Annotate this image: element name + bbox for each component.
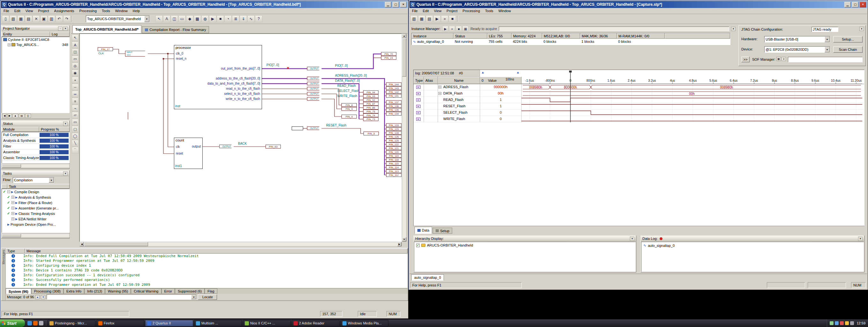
menu-file[interactable]: File <box>409 8 420 13</box>
save-icon[interactable]: ▦ <box>17 15 25 22</box>
pin-PIN_112[interactable]: PIN_112 <box>386 173 401 177</box>
minimize-button[interactable]: ▁ <box>385 2 391 7</box>
redo-icon[interactable]: ↷ <box>63 15 70 22</box>
print-icon[interactable]: ▤ <box>426 15 433 22</box>
pin-PIN_121[interactable]: PIN_121 <box>386 146 401 150</box>
pin-PIN_134[interactable]: PIN_134 <box>386 112 401 116</box>
clock[interactable]: 12:59 <box>855 321 865 325</box>
run-analysis-icon[interactable]: ▶ <box>433 15 441 22</box>
rubberband-icon[interactable]: ¬ <box>72 105 79 112</box>
pin-PIN_129[interactable]: PIN_129 <box>386 127 401 131</box>
rect-icon[interactable]: ▭ <box>72 119 79 125</box>
input-symbol[interactable]: INPUTVCC <box>125 51 148 57</box>
msg-tab-7[interactable]: Suppressed (6) <box>175 288 205 294</box>
ellipse-icon[interactable]: ◯ <box>72 133 79 140</box>
output-symbol[interactable]: OUTPUT <box>307 82 322 85</box>
scroll-down-icon[interactable]: ▼ <box>402 237 406 241</box>
print-icon[interactable]: ▤ <box>25 15 32 22</box>
scrollbar-thumb[interactable] <box>2 164 21 168</box>
stop-analysis-icon[interactable]: ■ <box>449 15 456 22</box>
device-combo[interactable]: @1: EP2C8 (0x020B20DD) ▼ <box>764 46 830 53</box>
update-icon[interactable] <box>845 321 849 325</box>
wave-column-alias[interactable]: Alias <box>424 77 438 84</box>
im-column-2[interactable]: LEs: 755 <box>487 33 512 39</box>
output-symbol[interactable]: OUTPUT <box>307 87 322 90</box>
messages-column-message[interactable]: Message <box>25 248 407 254</box>
task-row[interactable]: +▶EDA Netlist Writer <box>2 216 69 221</box>
scrollbar-thumb[interactable] <box>2 234 21 237</box>
start-compilation-icon[interactable]: ▶ <box>209 15 216 22</box>
msg-tab-3[interactable]: Info (213) <box>84 288 105 294</box>
open-icon[interactable]: ▨ <box>9 15 17 22</box>
signal-name[interactable]: SELECT_Flash <box>443 111 467 114</box>
menu-file[interactable]: File <box>1 8 12 13</box>
antivirus-icon[interactable] <box>840 321 844 325</box>
status-column-module[interactable]: Module <box>2 127 39 132</box>
signal-name[interactable]: ADRESS_Flash <box>443 85 468 89</box>
im-column-0[interactable]: Instance <box>412 33 454 39</box>
schematic-canvas[interactable]: processorinstclk_0reset_nout_port_from_t… <box>80 33 402 242</box>
pin-PIN_115[interactable]: PIN_115 <box>386 161 401 166</box>
expand-button[interactable]: >> <box>741 57 750 62</box>
message-row[interactable]: iInfo: Started Programmer operation at T… <box>6 258 407 263</box>
task-button[interactable]: Windows Media Pla... <box>341 320 389 326</box>
programmer-icon[interactable]: ⇓ <box>240 15 247 22</box>
run-analysis-icon[interactable]: ▶ <box>442 26 448 32</box>
pin-PIN_70[interactable]: PIN_70 <box>381 52 396 56</box>
output-symbol[interactable]: OUTPUT <box>307 67 322 70</box>
im-column-6[interactable]: M-RAM,M144K: 0/0 <box>617 33 665 39</box>
pin-PIN_135[interactable]: PIN_135 <box>386 108 401 112</box>
pn-row[interactable]: +Top_ARUCS...348 <box>2 42 69 47</box>
files-view-icon[interactable]: ▤ <box>19 114 25 118</box>
data-log-titlebar[interactable]: Data Log: ✕ <box>641 236 864 241</box>
pin-PIN_128[interactable]: PIN_128 <box>386 131 401 135</box>
status-hscrollbar[interactable] <box>2 164 69 168</box>
signaltap-icon[interactable]: ∿ <box>247 15 255 22</box>
expander-plus-icon[interactable]: + <box>11 217 14 220</box>
message-row[interactable]: iInfo: Configuring device index 1 <box>6 263 407 268</box>
close-icon[interactable]: ✕ <box>858 237 863 241</box>
menu-view[interactable]: View <box>431 8 444 13</box>
chevron-down-icon[interactable]: ▼ <box>49 178 54 183</box>
pin-PIN_122[interactable]: PIN_122 <box>386 142 401 146</box>
text-icon[interactable]: A <box>72 41 79 48</box>
tasks-column-task[interactable]: Task <box>7 184 69 189</box>
autorun-icon[interactable]: » <box>449 26 455 32</box>
canvas-vscrollbar[interactable]: ▲ ▼ <box>402 33 407 242</box>
menu-window[interactable]: Window <box>496 8 514 13</box>
tasks-titlebar[interactable]: Tasks ✕ <box>2 171 69 176</box>
right-titlebar[interactable]: Q Quartus II - C:/Programm_ARCUS-ORBITER… <box>409 1 867 8</box>
pin-PIN_142[interactable]: PIN_142 <box>386 90 401 94</box>
scroll-right-icon[interactable]: ▶ <box>7 114 12 118</box>
pin-PIN_92[interactable]: PIN_92 <box>363 98 378 102</box>
pn-column-logic[interactable]: Log <box>50 32 69 37</box>
expander-plus-icon[interactable]: + <box>438 86 441 88</box>
menu-assignments[interactable]: Assignments <box>52 8 77 13</box>
signal-name[interactable]: WRITE_Flash <box>443 117 465 121</box>
pin-icon[interactable]: ◎ <box>72 63 79 69</box>
pin-PIN_8[interactable]: PIN_8 <box>341 103 357 107</box>
menu-view[interactable]: View <box>23 8 36 13</box>
pin-PIN_3[interactable]: PIN_3 <box>364 131 379 136</box>
im-column-5[interactable]: M4K,M9K: 36/36 <box>580 33 617 39</box>
scrollbar-thumb[interactable] <box>84 242 148 246</box>
im-column-3[interactable]: Memory: 4224 <box>512 33 542 39</box>
expander-minus-icon[interactable]: − <box>7 190 10 193</box>
doc-tab-1[interactable]: Compilation Report - Flow Summary <box>142 26 209 33</box>
menu-edit[interactable]: Edit <box>420 8 431 13</box>
message-row[interactable]: iInfo: Device 1 contains JTAG ID code 0x… <box>6 268 407 273</box>
stp-doc-tab[interactable]: auto_signaltap_0 <box>411 274 444 281</box>
expander-plus-icon[interactable]: + <box>11 201 14 204</box>
menu-window[interactable]: Window <box>113 8 130 13</box>
sof-file-field[interactable] <box>788 57 863 62</box>
new-icon[interactable]: ▯ <box>2 15 9 22</box>
stop-analysis-icon[interactable]: ■ <box>456 26 462 32</box>
pin-PIN_74[interactable]: PIN_74 <box>363 113 378 117</box>
close-icon[interactable]: ✕ <box>859 27 864 31</box>
partition-icon[interactable]: ▱ <box>72 112 79 118</box>
help-icon[interactable]: ? <box>255 15 262 22</box>
doc-tab-0[interactable]: Top_ARUCS-ORBITER_Handheld.bdf* <box>72 25 142 33</box>
expander-plus-icon[interactable]: + <box>11 212 14 215</box>
status-titlebar[interactable]: Status ✕ <box>2 121 69 126</box>
reset-source-block[interactable] <box>292 126 303 130</box>
